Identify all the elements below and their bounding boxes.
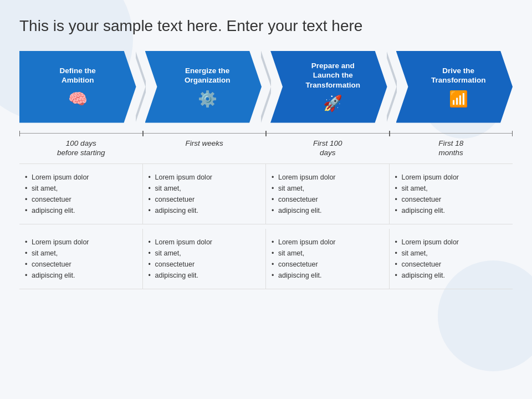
- chevron-1: Define theAmbition 🧠: [19, 51, 136, 123]
- content-block-2-4: Lorem ipsum dolor sit amet, consectetuer…: [390, 229, 513, 289]
- bullet-list-1-2: Lorem ipsum dolor sit amet, consectetuer…: [149, 172, 258, 216]
- chevron-3-label: Prepare andLaunch theTransformation: [306, 61, 360, 90]
- content-block-1-3: Lorem ipsum dolor sit amet, consectetuer…: [266, 164, 390, 224]
- chevron-1-label: Define theAmbition: [60, 66, 96, 85]
- chevron-2: Energize theOrganization ⚙️: [145, 51, 262, 123]
- content-block-2-3: Lorem ipsum dolor sit amet, consectetuer…: [266, 229, 390, 289]
- chevron-row: Define theAmbition 🧠 Energize theOrganiz…: [19, 51, 513, 123]
- content-block-2-1: Lorem ipsum dolor sit amet, consectetuer…: [19, 229, 143, 289]
- chevron-3: Prepare andLaunch theTransformation 🚀: [270, 51, 387, 123]
- windmill-icon: ⚙️: [198, 90, 217, 108]
- content-block-1-2: Lorem ipsum dolor sit amet, consectetuer…: [143, 164, 267, 224]
- timeline-3-label: First 100days: [310, 139, 345, 158]
- bullet-list-1-3: Lorem ipsum dolor sit amet, consectetuer…: [272, 172, 381, 216]
- timeline-2-label: First weeks: [183, 139, 226, 149]
- content-row-2: Lorem ipsum dolor sit amet, consectetuer…: [19, 229, 513, 289]
- timeline-2: First weeks: [143, 131, 267, 158]
- rocket-icon: 🚀: [323, 94, 342, 112]
- bullet-list-1-1: Lorem ipsum dolor sit amet, consectetuer…: [25, 172, 135, 216]
- bullet-list-2-1: Lorem ipsum dolor sit amet, consectetuer…: [25, 237, 135, 281]
- bullet-list-2-2: Lorem ipsum dolor sit amet, consectetuer…: [149, 237, 258, 281]
- chevron-4: Drive theTransformation 📶: [396, 51, 513, 123]
- brain-icon: 🧠: [68, 90, 88, 108]
- chevron-2-label: Energize theOrganization: [185, 66, 231, 85]
- timeline-row: 100 daysbefore starting First weeks Firs…: [19, 131, 513, 158]
- content-block-2-2: Lorem ipsum dolor sit amet, consectetuer…: [143, 229, 267, 289]
- bullet-list-2-4: Lorem ipsum dolor sit amet, consectetuer…: [395, 237, 505, 281]
- bullet-list-2-3: Lorem ipsum dolor sit amet, consectetuer…: [272, 237, 381, 281]
- timeline-4-label: First 18months: [436, 139, 466, 158]
- chevron-4-label: Drive theTransformation: [431, 66, 485, 85]
- content-block-1-4: Lorem ipsum dolor sit amet, consectetuer…: [390, 164, 513, 224]
- bullet-list-1-4: Lorem ipsum dolor sit amet, consectetuer…: [395, 172, 505, 216]
- content-block-1-1: Lorem ipsum dolor sit amet, consectetuer…: [19, 164, 143, 224]
- chart-icon: 📶: [449, 90, 468, 108]
- timeline-1: 100 daysbefore starting: [19, 131, 143, 158]
- timeline-1-label: 100 daysbefore starting: [54, 139, 108, 158]
- timeline-4: First 18months: [390, 131, 513, 158]
- timeline-3: First 100days: [266, 131, 390, 158]
- page-container: This is your sample text here. Enter you…: [0, 0, 532, 399]
- content-row-1: Lorem ipsum dolor sit amet, consectetuer…: [19, 163, 513, 224]
- page-title: This is your sample text here. Enter you…: [19, 17, 513, 35]
